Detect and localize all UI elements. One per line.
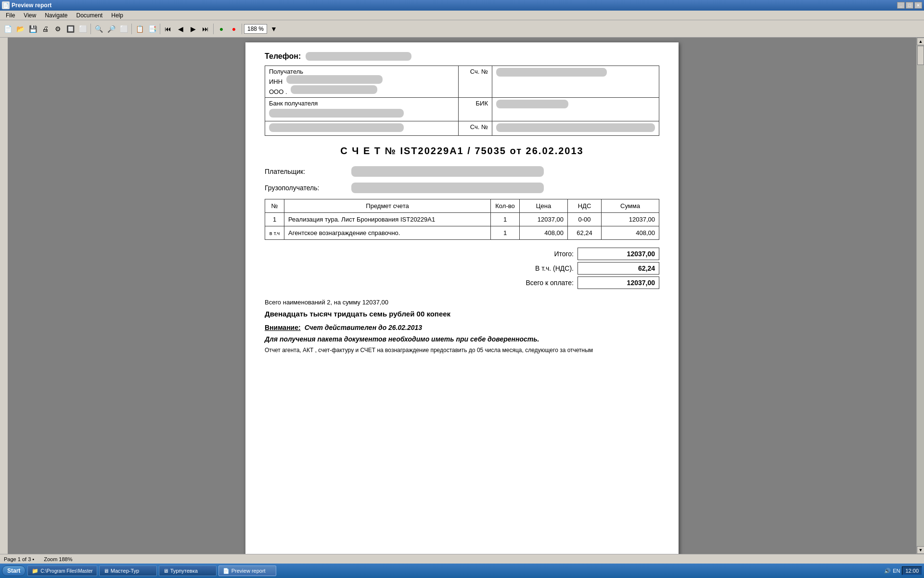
taskbar-icon-4: 📄 — [223, 568, 230, 574]
company-row: ООО . — [269, 85, 454, 95]
scroll-track[interactable] — [917, 45, 924, 546]
schet-value-cell — [492, 66, 659, 98]
last-page-button[interactable]: ⏭ — [200, 23, 211, 35]
app-icon: 📄 — [2, 1, 10, 9]
scrollbar-right[interactable]: ▲ ▼ — [916, 38, 924, 554]
scroll-down-arrow[interactable]: ▼ — [917, 546, 924, 554]
taskbar-item-2[interactable]: 🖥 Мастер-Тур — [99, 565, 157, 576]
total-label: Всего к оплате: — [481, 279, 578, 287]
empty-cell — [265, 121, 459, 136]
itogo-value: 12037,00 — [578, 248, 659, 260]
zoom-fit-button[interactable]: ⬜ — [118, 23, 129, 35]
menu-navigate[interactable]: Navigate — [41, 11, 71, 20]
row1-desc: Реализация тура. Лист Бронирования IST20… — [284, 213, 491, 226]
company-name-value — [291, 85, 377, 94]
zoom-out-button[interactable]: 🔍 — [93, 23, 104, 35]
row2-qty: 1 — [491, 226, 520, 240]
menu-view[interactable]: View — [20, 11, 40, 20]
print-button[interactable]: 🖨 — [39, 23, 51, 35]
window-title: Preview report — [12, 2, 51, 9]
separator1 — [90, 24, 91, 34]
zoom-input[interactable]: 188 % — [244, 24, 267, 34]
consignee-value — [351, 183, 544, 193]
document-scroll-area[interactable]: Телефон: Получатель ИНН ООО . — [8, 38, 916, 554]
summary-text: Всего наименований 2, на сумму 12037,00 — [265, 299, 659, 306]
status-bar: Page 1 of 3 • Zoom 188% — [0, 554, 924, 564]
row2-sum: 408,00 — [602, 226, 659, 240]
col-header-qty: Кол-во — [491, 199, 520, 213]
menu-bar: File View Navigate Document Help — [0, 11, 924, 20]
schet-no2-label: Сч. № — [470, 123, 488, 131]
scroll-up-arrow[interactable]: ▲ — [917, 38, 924, 45]
save-button[interactable]: 💾 — [27, 23, 38, 35]
attention-line: Внимание: Счет действителен до 26.02.201… — [265, 324, 659, 331]
toolbar-btn7[interactable]: ⬜ — [77, 23, 89, 35]
zoom-dropdown[interactable]: ▼ — [268, 23, 280, 35]
next-page-button[interactable]: ▶ — [187, 23, 199, 35]
schet2-label-cell: Сч. № — [459, 121, 492, 136]
col-header-desc: Предмет счета — [284, 199, 491, 213]
nds-row: В т.ч. (НДС). 62,24 — [481, 262, 659, 275]
col-header-nds: НДС — [568, 199, 602, 213]
col-header-price: Цена — [520, 199, 568, 213]
zoom-display: 188 % ▼ — [244, 23, 280, 35]
open-button[interactable]: 📂 — [14, 23, 26, 35]
first-page-button[interactable]: ⏮ — [162, 23, 174, 35]
close-button[interactable]: × — [914, 2, 922, 9]
bik-label: БИК — [476, 100, 488, 107]
start-button[interactable]: Start — [2, 565, 26, 576]
minimize-button[interactable]: _ — [897, 2, 905, 9]
zoom-in-button[interactable]: 🔎 — [105, 23, 117, 35]
separator4 — [213, 24, 214, 34]
menu-file[interactable]: File — [2, 11, 19, 20]
taskbar-lang: EN — [893, 568, 900, 574]
row2-desc: Агентское вознаграждение справочно. — [284, 226, 491, 240]
separator3 — [160, 24, 160, 34]
footer-small: Отчет агента, АКТ , счет-фактуру и СЧЕТ … — [265, 347, 659, 354]
taskbar-item-1[interactable]: 📁 C:\Program Files\Master — [27, 565, 97, 576]
red-button[interactable]: ● — [228, 23, 240, 35]
taskbar-label-2: Мастер-Тур — [111, 568, 139, 574]
phone-value — [306, 52, 411, 61]
nds-value: 62,24 — [578, 262, 659, 275]
schet-no-label: Сч. № — [470, 68, 488, 75]
payer-value — [351, 166, 544, 177]
schet2-value-cell — [492, 121, 659, 136]
page-info: Page 1 of 3 • — [4, 556, 34, 562]
toolbar-btn11[interactable]: 📑 — [146, 23, 158, 35]
recipient-label: Получатель — [269, 68, 454, 75]
total-row: Всего к оплате: 12037,00 — [481, 276, 659, 289]
itogo-label: Итого: — [481, 250, 578, 258]
consignee-row: Грузополучатель: — [265, 183, 659, 193]
consignee-label: Грузополучатель: — [265, 184, 351, 192]
nds-label: В т.ч. (НДС). — [481, 264, 578, 272]
company-name: ООО . — [269, 88, 287, 95]
attention-text: Счет действителен до 26.02.2013 — [305, 324, 423, 331]
taskbar-icon-1: 📁 — [32, 568, 38, 574]
toolbar: 📄 📂 💾 🖨 ⚙ 🔲 ⬜ 🔍 🔎 ⬜ 📋 📑 ⏮ ◀ ▶ ⏭ ● ● 188 … — [0, 20, 924, 38]
maximize-button[interactable]: □ — [906, 2, 913, 9]
taskbar-item-4[interactable]: 📄 Preview report — [218, 565, 276, 576]
new-button[interactable]: 📄 — [2, 23, 13, 35]
scroll-thumb[interactable] — [917, 46, 924, 65]
bank-details — [269, 123, 404, 132]
inn-label: ИНН — [269, 78, 282, 85]
menu-document[interactable]: Document — [73, 11, 107, 20]
prev-page-button[interactable]: ◀ — [175, 23, 186, 35]
document-page: Телефон: Получатель ИНН ООО . — [245, 42, 679, 554]
totals-section: Итого: 12037,00 В т.ч. (НДС). 62,24 Всег… — [265, 248, 659, 291]
taskbar-item-3[interactable]: 🖥 Турпутевка — [159, 565, 217, 576]
row2-nds: 62,24 — [568, 226, 602, 240]
page-layout-button[interactable]: 📋 — [134, 23, 145, 35]
separator2 — [131, 24, 132, 34]
total-value: 12037,00 — [578, 276, 659, 289]
inn-value — [286, 75, 383, 84]
green-button[interactable]: ● — [216, 23, 227, 35]
table-row: 1 Реализация тура. Лист Бронирования IST… — [265, 213, 659, 226]
taskbar-clock: 12:00 — [902, 566, 922, 575]
main-area: Телефон: Получатель ИНН ООО . — [0, 38, 924, 554]
menu-help[interactable]: Help — [107, 11, 127, 20]
toolbar-btn5[interactable]: ⚙ — [52, 23, 64, 35]
row1-price: 12037,00 — [520, 213, 568, 226]
toolbar-btn6[interactable]: 🔲 — [64, 23, 76, 35]
